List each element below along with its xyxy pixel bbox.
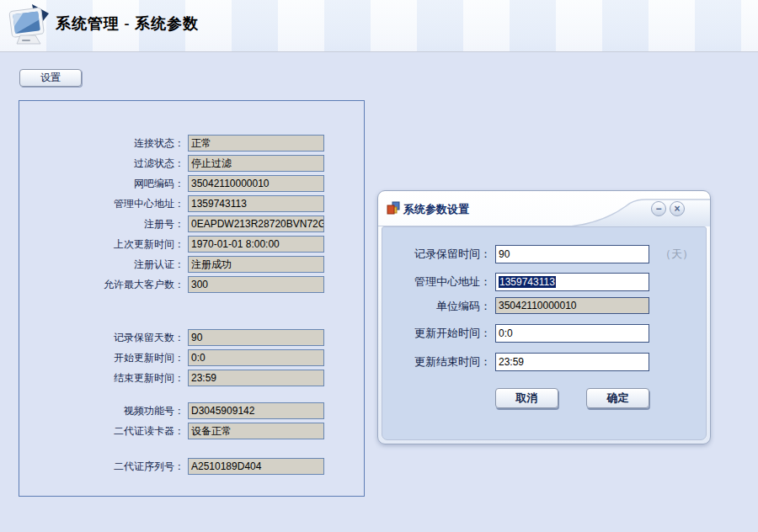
register-number-field: 0EAPDW213R28720BVN72G [188, 215, 324, 232]
field-label: 过滤状态： [19, 155, 184, 172]
field-row: 上次更新时间：1970-01-01 8:00:00 [19, 236, 364, 253]
dialog-field-row: 更新开始时间： [378, 324, 710, 343]
field-label: 二代证序列号： [19, 458, 184, 475]
field-label: 记录保留时间： [393, 245, 491, 263]
field-label: 注册认证： [19, 256, 184, 273]
field-row: 管理中心地址：1359743113 [19, 195, 364, 212]
dialog-field-row: 更新结束时间： [378, 353, 710, 371]
field-row: 记录保留天数：90 [19, 329, 364, 346]
dialog-field-row: 单位编码： 35042110000010 [378, 297, 710, 316]
system-parameters-dialog: 系统参数设置 − × 记录保留时间： （天） 管理中心地址： 135974311… [377, 190, 711, 444]
field-row: 网吧编码：35042110000010 [19, 175, 364, 192]
field-row: 注册认证：注册成功 [19, 256, 364, 273]
unit-code-input: 35042110000010 [495, 297, 649, 314]
status-panel: 连接状态：正常 过滤状态：停止过滤 网吧编码：35042110000010 管理… [19, 100, 365, 497]
field-label: 记录保留天数： [19, 329, 184, 346]
field-label: 上次更新时间： [19, 236, 184, 253]
max-clients-field: 300 [188, 276, 324, 293]
cancel-button[interactable]: 取消 [495, 388, 558, 408]
field-row: 过滤状态：停止过滤 [19, 155, 364, 172]
dialog-titlebar[interactable]: 系统参数设置 − × [378, 191, 710, 226]
field-row: 连接状态：正常 [19, 135, 364, 152]
field-label: 单位编码： [393, 297, 491, 316]
dialog-field-row: 记录保留时间： （天） [378, 245, 710, 263]
retention-time-input[interactable] [495, 245, 649, 263]
retention-days-field: 90 [188, 329, 324, 346]
ok-button[interactable]: 确定 [586, 388, 649, 408]
field-label: 开始更新时间： [19, 349, 184, 366]
dialog-title: 系统参数设置 [403, 202, 469, 217]
app-window: 系统管理 - 系统参数 设置 连接状态：正常 过滤状态：停止过滤 网吧编码：35… [0, 0, 758, 532]
center-address-input[interactable]: 1359743113 [495, 273, 649, 291]
video-function-field: D3045909142 [188, 402, 324, 419]
minimize-button[interactable]: − [651, 201, 666, 216]
field-label: 注册号： [19, 215, 184, 232]
field-row: 注册号：0EAPDW213R28720BVN72G [19, 215, 364, 232]
page-title: 系统管理 - 系统参数 [56, 13, 199, 34]
field-label: 二代证读卡器： [19, 423, 184, 439]
update-end-input[interactable] [495, 353, 649, 371]
field-label: 视频功能号： [19, 402, 184, 419]
field-label: 管理中心地址： [19, 195, 184, 212]
cafe-code-field: 35042110000010 [188, 175, 324, 192]
field-label: 结束更新时间： [19, 370, 184, 386]
filter-status-field: 停止过滤 [188, 155, 324, 172]
field-label: 管理中心地址： [393, 273, 491, 291]
idcard-reader-field: 设备正常 [188, 423, 324, 439]
monitor-icon [7, 3, 52, 49]
field-label: 连接状态： [19, 135, 184, 152]
field-label: 更新开始时间： [393, 324, 491, 343]
selected-text: 1359743113 [499, 276, 556, 288]
close-button[interactable]: × [670, 201, 685, 216]
idcard-serial-field: A2510189D404 [188, 458, 324, 475]
field-row: 开始更新时间：0:0 [19, 349, 364, 366]
field-row: 二代证读卡器：设备正常 [19, 423, 364, 439]
last-update-field: 1970-01-01 8:00:00 [188, 236, 324, 253]
update-end-field: 23:59 [188, 370, 324, 386]
dialog-field-row: 管理中心地址： 1359743113 [378, 273, 710, 291]
settings-button[interactable]: 设置 [19, 69, 82, 87]
field-label: 更新结束时间： [393, 353, 491, 371]
field-row: 视频功能号：D3045909142 [19, 402, 364, 419]
field-row: 结束更新时间：23:59 [19, 370, 364, 386]
dialog-form-icon [387, 201, 400, 215]
field-label: 网吧编码： [19, 175, 184, 192]
field-row: 二代证序列号：A2510189D404 [19, 458, 364, 475]
update-start-field: 0:0 [188, 349, 324, 366]
center-address-field: 1359743113 [188, 195, 324, 212]
field-row: 允许最大客户数：300 [19, 276, 364, 293]
header: 系统管理 - 系统参数 [0, 0, 758, 52]
update-start-input[interactable] [495, 324, 649, 343]
register-auth-field: 注册成功 [188, 256, 324, 273]
days-unit-label: （天） [660, 247, 693, 262]
field-label: 允许最大客户数： [19, 276, 184, 293]
connection-status-field: 正常 [188, 135, 324, 152]
